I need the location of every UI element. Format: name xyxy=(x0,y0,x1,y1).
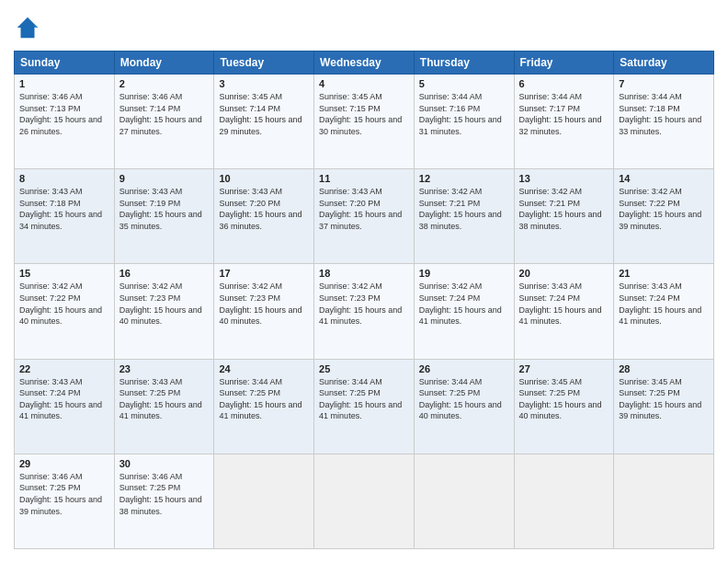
calendar-cell: 6 Sunrise: 3:44 AM Sunset: 7:17 PM Dayli… xyxy=(514,75,614,169)
calendar-cell: 17 Sunrise: 3:42 AM Sunset: 7:23 PM Dayl… xyxy=(214,264,314,359)
week-row-5: 29 Sunrise: 3:46 AM Sunset: 7:25 PM Dayl… xyxy=(15,454,714,548)
day-info: Sunrise: 3:46 AM Sunset: 7:13 PM Dayligh… xyxy=(19,91,109,137)
day-info: Sunrise: 3:45 AM Sunset: 7:25 PM Dayligh… xyxy=(519,376,609,422)
day-number: 7 xyxy=(619,78,709,89)
day-number: 12 xyxy=(419,173,509,184)
day-info: Sunrise: 3:42 AM Sunset: 7:22 PM Dayligh… xyxy=(19,281,109,327)
weekday-monday: Monday xyxy=(114,52,214,75)
calendar-cell xyxy=(214,454,314,548)
week-row-3: 15 Sunrise: 3:42 AM Sunset: 7:22 PM Dayl… xyxy=(15,264,714,359)
weekday-saturday: Saturday xyxy=(614,52,714,75)
calendar-cell: 25 Sunrise: 3:44 AM Sunset: 7:25 PM Dayl… xyxy=(314,359,415,454)
calendar-cell: 18 Sunrise: 3:42 AM Sunset: 7:23 PM Dayl… xyxy=(314,264,415,359)
calendar-cell: 13 Sunrise: 3:42 AM Sunset: 7:21 PM Dayl… xyxy=(514,169,614,264)
logo-icon xyxy=(14,14,41,41)
calendar-cell: 5 Sunrise: 3:44 AM Sunset: 7:16 PM Dayli… xyxy=(414,75,514,169)
day-number: 2 xyxy=(119,78,210,89)
week-row-2: 8 Sunrise: 3:43 AM Sunset: 7:18 PM Dayli… xyxy=(15,169,714,264)
calendar-cell: 28 Sunrise: 3:45 AM Sunset: 7:25 PM Dayl… xyxy=(614,359,714,454)
day-number: 10 xyxy=(219,173,309,184)
day-number: 19 xyxy=(419,268,509,279)
weekday-tuesday: Tuesday xyxy=(214,52,314,75)
calendar-cell: 26 Sunrise: 3:44 AM Sunset: 7:25 PM Dayl… xyxy=(414,359,514,454)
day-info: Sunrise: 3:44 AM Sunset: 7:25 PM Dayligh… xyxy=(319,376,409,422)
day-info: Sunrise: 3:44 AM Sunset: 7:17 PM Dayligh… xyxy=(519,91,609,137)
day-info: Sunrise: 3:44 AM Sunset: 7:16 PM Dayligh… xyxy=(419,91,509,137)
day-info: Sunrise: 3:46 AM Sunset: 7:25 PM Dayligh… xyxy=(19,471,109,517)
day-info: Sunrise: 3:42 AM Sunset: 7:23 PM Dayligh… xyxy=(119,281,210,327)
logo xyxy=(14,14,45,41)
day-number: 20 xyxy=(519,268,609,279)
day-info: Sunrise: 3:43 AM Sunset: 7:20 PM Dayligh… xyxy=(219,186,309,232)
calendar-cell: 3 Sunrise: 3:45 AM Sunset: 7:14 PM Dayli… xyxy=(214,75,314,169)
calendar-cell xyxy=(314,454,415,548)
day-info: Sunrise: 3:43 AM Sunset: 7:24 PM Dayligh… xyxy=(619,281,709,327)
calendar-cell: 29 Sunrise: 3:46 AM Sunset: 7:25 PM Dayl… xyxy=(15,454,115,548)
day-number: 8 xyxy=(19,173,109,184)
day-number: 5 xyxy=(419,78,509,89)
calendar-cell: 24 Sunrise: 3:44 AM Sunset: 7:25 PM Dayl… xyxy=(214,359,314,454)
calendar-cell: 8 Sunrise: 3:43 AM Sunset: 7:18 PM Dayli… xyxy=(15,169,115,264)
calendar-cell: 19 Sunrise: 3:42 AM Sunset: 7:24 PM Dayl… xyxy=(414,264,514,359)
day-info: Sunrise: 3:44 AM Sunset: 7:25 PM Dayligh… xyxy=(219,376,309,422)
weekday-friday: Friday xyxy=(514,52,614,75)
day-number: 21 xyxy=(619,268,709,279)
calendar-cell: 21 Sunrise: 3:43 AM Sunset: 7:24 PM Dayl… xyxy=(614,264,714,359)
week-row-1: 1 Sunrise: 3:46 AM Sunset: 7:13 PM Dayli… xyxy=(15,75,714,169)
day-info: Sunrise: 3:44 AM Sunset: 7:25 PM Dayligh… xyxy=(419,376,509,422)
calendar-body: 1 Sunrise: 3:46 AM Sunset: 7:13 PM Dayli… xyxy=(15,75,714,549)
day-info: Sunrise: 3:43 AM Sunset: 7:19 PM Dayligh… xyxy=(119,186,210,232)
day-number: 24 xyxy=(219,363,309,374)
day-info: Sunrise: 3:44 AM Sunset: 7:18 PM Dayligh… xyxy=(619,91,709,137)
calendar-cell: 1 Sunrise: 3:46 AM Sunset: 7:13 PM Dayli… xyxy=(15,75,115,169)
day-number: 30 xyxy=(119,458,210,469)
day-number: 22 xyxy=(19,363,109,374)
day-info: Sunrise: 3:45 AM Sunset: 7:15 PM Dayligh… xyxy=(319,91,409,137)
day-number: 1 xyxy=(19,78,109,89)
calendar-cell: 2 Sunrise: 3:46 AM Sunset: 7:14 PM Dayli… xyxy=(114,75,214,169)
calendar-cell xyxy=(414,454,514,548)
day-info: Sunrise: 3:43 AM Sunset: 7:24 PM Dayligh… xyxy=(19,376,109,422)
day-number: 23 xyxy=(119,363,210,374)
weekday-wednesday: Wednesday xyxy=(314,52,415,75)
page: SundayMondayTuesdayWednesdayThursdayFrid… xyxy=(0,0,728,563)
day-number: 11 xyxy=(319,173,409,184)
header xyxy=(14,14,714,41)
day-info: Sunrise: 3:46 AM Sunset: 7:14 PM Dayligh… xyxy=(119,91,210,137)
calendar-cell: 27 Sunrise: 3:45 AM Sunset: 7:25 PM Dayl… xyxy=(514,359,614,454)
day-number: 13 xyxy=(519,173,609,184)
day-number: 14 xyxy=(619,173,709,184)
day-number: 15 xyxy=(19,268,109,279)
day-info: Sunrise: 3:43 AM Sunset: 7:20 PM Dayligh… xyxy=(319,186,409,232)
day-info: Sunrise: 3:42 AM Sunset: 7:21 PM Dayligh… xyxy=(519,186,609,232)
day-number: 18 xyxy=(319,268,409,279)
calendar-cell: 10 Sunrise: 3:43 AM Sunset: 7:20 PM Dayl… xyxy=(214,169,314,264)
calendar-cell xyxy=(514,454,614,548)
day-number: 9 xyxy=(119,173,210,184)
day-number: 26 xyxy=(419,363,509,374)
weekday-header-row: SundayMondayTuesdayWednesdayThursdayFrid… xyxy=(15,52,714,75)
day-number: 25 xyxy=(319,363,409,374)
calendar-cell: 20 Sunrise: 3:43 AM Sunset: 7:24 PM Dayl… xyxy=(514,264,614,359)
day-number: 28 xyxy=(619,363,709,374)
calendar-cell: 4 Sunrise: 3:45 AM Sunset: 7:15 PM Dayli… xyxy=(314,75,415,169)
calendar-cell xyxy=(614,454,714,548)
calendar-cell: 9 Sunrise: 3:43 AM Sunset: 7:19 PM Dayli… xyxy=(114,169,214,264)
calendar-cell: 7 Sunrise: 3:44 AM Sunset: 7:18 PM Dayli… xyxy=(614,75,714,169)
day-number: 6 xyxy=(519,78,609,89)
day-info: Sunrise: 3:45 AM Sunset: 7:14 PM Dayligh… xyxy=(219,91,309,137)
day-info: Sunrise: 3:42 AM Sunset: 7:23 PM Dayligh… xyxy=(319,281,409,327)
week-row-4: 22 Sunrise: 3:43 AM Sunset: 7:24 PM Dayl… xyxy=(15,359,714,454)
day-info: Sunrise: 3:46 AM Sunset: 7:25 PM Dayligh… xyxy=(119,471,210,517)
day-info: Sunrise: 3:45 AM Sunset: 7:25 PM Dayligh… xyxy=(619,376,709,422)
day-info: Sunrise: 3:42 AM Sunset: 7:21 PM Dayligh… xyxy=(419,186,509,232)
day-number: 17 xyxy=(219,268,309,279)
calendar-cell: 16 Sunrise: 3:42 AM Sunset: 7:23 PM Dayl… xyxy=(114,264,214,359)
calendar-cell: 23 Sunrise: 3:43 AM Sunset: 7:25 PM Dayl… xyxy=(114,359,214,454)
day-number: 4 xyxy=(319,78,409,89)
day-info: Sunrise: 3:42 AM Sunset: 7:24 PM Dayligh… xyxy=(419,281,509,327)
day-info: Sunrise: 3:43 AM Sunset: 7:18 PM Dayligh… xyxy=(19,186,109,232)
day-number: 29 xyxy=(19,458,109,469)
weekday-thursday: Thursday xyxy=(414,52,514,75)
day-number: 27 xyxy=(519,363,609,374)
